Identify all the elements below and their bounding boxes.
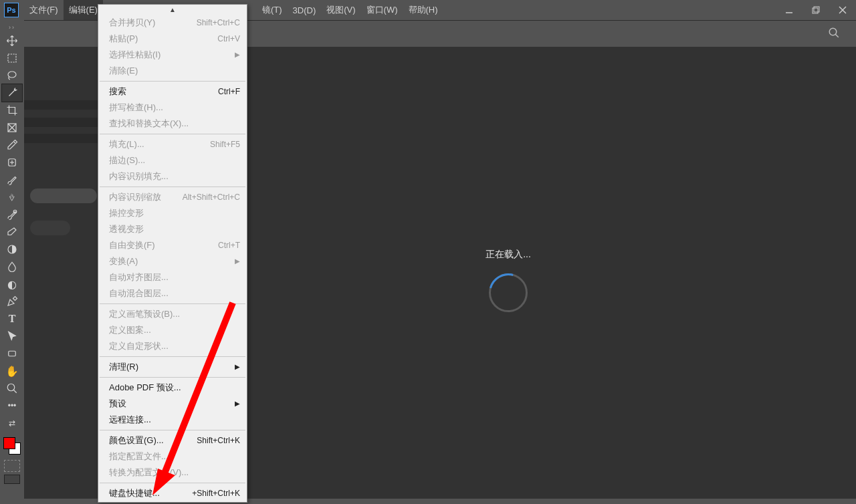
gradient-tool[interactable]: [2, 241, 22, 258]
menu-3d[interactable]: 3D(D): [288, 0, 322, 20]
quick-mask[interactable]: [4, 460, 20, 472]
menu-item-label: 自动混合图层...: [109, 287, 240, 300]
menu-item-shortcut: Ctrl+V: [217, 32, 240, 45]
menu-item-label: 填充(L)...: [109, 138, 210, 151]
eyedropper-tool[interactable]: [2, 136, 22, 154]
menu-item-label: 指定配置文件...: [109, 450, 240, 463]
edit-toolbar[interactable]: ⇄: [2, 414, 22, 432]
tool-strip: ›› ⎀ ◐ T ✋ ••• ⇄: [0, 20, 24, 504]
hand-tool[interactable]: ✋: [2, 362, 22, 380]
menu-item-shortcut: Shift+Ctrl+K: [197, 434, 240, 447]
menu-item[interactable]: 键盘快捷键... +Shift+Ctrl+K: [98, 485, 247, 501]
menu-item-label: 清除(E): [109, 64, 240, 78]
menu-item-label: 变换(A): [109, 255, 232, 268]
eraser-tool[interactable]: [2, 223, 22, 241]
dodge-tool[interactable]: ◐: [2, 275, 22, 293]
spot-heal-tool[interactable]: [2, 154, 22, 171]
menu-item[interactable]: Adobe PDF 预设...: [98, 380, 247, 396]
lasso-tool[interactable]: [2, 67, 22, 84]
svg-line-19: [13, 390, 17, 393]
menu-file[interactable]: 文件(F): [24, 0, 64, 20]
menu-item-label: 描边(S)...: [109, 154, 240, 167]
pen-tool[interactable]: [2, 293, 22, 310]
menu-item-shortcut: Shift+Ctrl+C: [197, 16, 240, 29]
svg-rect-1: [813, 8, 818, 13]
svg-line-6: [835, 34, 839, 37]
crop-tool[interactable]: [2, 102, 22, 119]
rectangle-tool[interactable]: [2, 345, 22, 362]
menu-item: 选择性粘贴(I)▶: [98, 47, 247, 63]
menu-item[interactable]: 菜单(U)...Alt+Shift+Ctrl+M: [98, 501, 247, 503]
menu-item: 自动混合图层...: [98, 285, 247, 301]
menu-scroll-up[interactable]: ▲: [98, 5, 247, 15]
window-restore[interactable]: [802, 0, 829, 20]
menu-item: 变换(A)▶: [98, 253, 247, 269]
menu-item: 拼写检查(H)...: [98, 100, 247, 116]
menu-item-label: 键盘快捷键...: [109, 487, 192, 500]
foreground-color[interactable]: [3, 437, 15, 449]
panel-stripe: [24, 100, 98, 110]
menu-window[interactable]: 窗口(W): [361, 0, 403, 20]
menu-item[interactable]: 预设▶: [98, 396, 247, 412]
color-swatch[interactable]: [2, 436, 22, 456]
menu-item: 转换为配置文件(V)...: [98, 465, 247, 481]
menu-item: 操控变形: [98, 205, 247, 221]
panel-tab-pill[interactable]: [30, 221, 70, 235]
path-select-tool[interactable]: [2, 328, 22, 345]
menu-item-label: 自动对齐图层...: [109, 271, 240, 284]
loading-spinner: [489, 273, 528, 312]
menu-item-label: 透视变形: [109, 223, 240, 236]
brush-tool[interactable]: [2, 171, 22, 188]
panel-stripe: [24, 118, 98, 127]
frame-tool[interactable]: [2, 119, 22, 136]
blur-tool[interactable]: [2, 258, 22, 275]
menu-item-label: 自由变换(F): [109, 239, 218, 252]
menu-item: 定义画笔预设(B)...: [98, 306, 247, 322]
menu-item-label: 合并拷贝(Y): [109, 16, 197, 29]
tool-grip[interactable]: ››: [9, 24, 15, 31]
screen-mode[interactable]: [4, 475, 20, 484]
svg-point-8: [8, 72, 16, 78]
menu-item: 定义自定形状...: [98, 338, 247, 354]
svg-point-5: [829, 28, 837, 35]
window-close[interactable]: [829, 0, 856, 20]
menu-help[interactable]: 帮助(H): [403, 0, 443, 20]
search-icon[interactable]: [828, 27, 840, 41]
menu-filter-partial[interactable]: 镜(T): [257, 0, 288, 20]
type-tool[interactable]: T: [2, 310, 22, 328]
magic-wand-tool[interactable]: [2, 84, 22, 102]
menu-item: 合并拷贝(Y)Shift+Ctrl+C: [98, 15, 247, 31]
edit-menu-dropdown: ▲合并拷贝(Y)Shift+Ctrl+C粘贴(P)Ctrl+V选择性粘贴(I)▶…: [98, 4, 247, 503]
panel-tab-pill[interactable]: [30, 188, 97, 203]
marquee-tool[interactable]: [2, 49, 22, 67]
menu-item-label: 清理(R): [109, 360, 232, 374]
menu-item-label: 转换为配置文件(V)...: [109, 466, 240, 479]
move-tool[interactable]: [2, 32, 22, 49]
menu-item: 清除(E): [98, 63, 247, 79]
menu-item-label: 定义图案...: [109, 324, 240, 337]
zoom-tool[interactable]: [2, 380, 22, 397]
svg-point-18: [7, 384, 15, 391]
menu-item: 指定配置文件...: [98, 449, 247, 465]
menu-separator: [100, 430, 245, 430]
history-brush-tool[interactable]: [2, 206, 22, 223]
menu-item-label: 颜色设置(G)...: [109, 434, 197, 447]
menu-item: 内容识别缩放Alt+Shift+Ctrl+C: [98, 189, 247, 205]
menu-separator: [100, 356, 245, 357]
menu-separator: [100, 81, 245, 82]
menu-item-label: 定义画笔预设(B)...: [109, 307, 240, 321]
more-tools[interactable]: •••: [2, 397, 22, 414]
menu-item-label: 查找和替换文本(X)...: [109, 117, 240, 130]
menu-item[interactable]: 颜色设置(G)...Shift+Ctrl+K: [98, 432, 247, 449]
menu-item: 填充(L)...Shift+F5: [98, 136, 247, 152]
clone-stamp-tool[interactable]: ⎀: [2, 188, 22, 206]
svg-rect-7: [8, 54, 16, 62]
menu-view[interactable]: 视图(V): [321, 0, 360, 20]
menu-item[interactable]: 清理(R)▶: [98, 359, 247, 375]
menu-item[interactable]: 搜索Ctrl+F: [98, 84, 247, 100]
menu-item: 定义图案...: [98, 322, 247, 338]
menu-item-label: 操控变形: [109, 207, 240, 220]
window-minimize[interactable]: [776, 0, 802, 20]
menu-item[interactable]: 远程连接...: [98, 412, 247, 428]
menu-item-label: 拼写检查(H)...: [109, 101, 240, 114]
